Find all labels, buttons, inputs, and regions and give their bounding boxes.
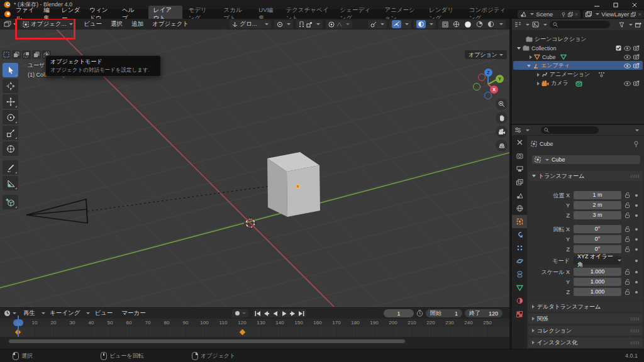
minimize-button[interactable] bbox=[587, 0, 606, 9]
current-frame-field[interactable]: 1 bbox=[384, 309, 414, 317]
viewport-3d[interactable]: オブジェク... ビュー 選択 追加 オブジェクト グロ... bbox=[0, 19, 509, 307]
panel-grip[interactable] bbox=[631, 175, 639, 178]
scene-selector[interactable]: Scene × bbox=[518, 10, 580, 18]
play-reverse-button[interactable] bbox=[271, 309, 280, 317]
camera-toggle-icon[interactable] bbox=[633, 63, 640, 69]
tab-modifiers[interactable] bbox=[512, 228, 527, 241]
maximize-button[interactable] bbox=[606, 0, 625, 9]
eye-icon[interactable] bbox=[624, 55, 631, 60]
prev-keyframe-button[interactable] bbox=[262, 309, 271, 317]
lock-icon[interactable] bbox=[625, 212, 630, 218]
shading-wireframe-button[interactable] bbox=[452, 20, 461, 28]
scale-x-field[interactable]: 1.000 bbox=[574, 268, 621, 276]
panel-grip[interactable] bbox=[631, 341, 639, 344]
lock-icon[interactable] bbox=[625, 289, 630, 295]
pivot-point-dropdown[interactable] bbox=[274, 20, 293, 28]
object-name-field[interactable]: Cube bbox=[532, 155, 640, 164]
scrollbar-handle[interactable] bbox=[9, 339, 405, 343]
move-tool[interactable] bbox=[3, 94, 18, 109]
pin-icon[interactable] bbox=[633, 141, 639, 147]
panel-grip[interactable] bbox=[631, 317, 639, 321]
select-subtract-icon[interactable] bbox=[22, 50, 31, 59]
outliner-row-animation[interactable]: アニメーション bbox=[512, 70, 644, 79]
outliner-row-scene-collection[interactable]: シーンコレクション bbox=[512, 35, 644, 43]
close-button[interactable] bbox=[625, 0, 644, 9]
shading-rendered-button[interactable] bbox=[486, 20, 496, 28]
lock-icon[interactable] bbox=[625, 279, 630, 285]
gizmo-z-axis[interactable]: Z bbox=[484, 69, 492, 77]
select-extend-icon[interactable] bbox=[12, 50, 21, 59]
eye-icon[interactable] bbox=[624, 46, 631, 51]
outliner-row-collection[interactable]: Collection bbox=[512, 44, 644, 52]
animate-dot[interactable] bbox=[635, 194, 638, 197]
scale-tool[interactable] bbox=[3, 126, 18, 140]
animate-dot[interactable] bbox=[635, 228, 638, 231]
animate-dot[interactable] bbox=[635, 271, 638, 273]
lock-icon[interactable] bbox=[625, 269, 630, 275]
animate-dot[interactable] bbox=[635, 260, 638, 262]
play-button[interactable] bbox=[280, 309, 289, 317]
cube-object[interactable] bbox=[267, 152, 320, 217]
zoom-button[interactable] bbox=[496, 98, 508, 110]
gizmo-x-neg[interactable] bbox=[478, 74, 486, 81]
location-z-field[interactable]: 3 m bbox=[574, 211, 621, 219]
camera-object[interactable] bbox=[26, 199, 87, 223]
tab-world[interactable] bbox=[512, 202, 527, 215]
tab-constraints[interactable] bbox=[512, 268, 527, 281]
panel-grip[interactable] bbox=[631, 329, 639, 332]
transform-panel-header[interactable]: トランスフォーム bbox=[528, 171, 643, 181]
animate-dot[interactable] bbox=[635, 248, 638, 251]
instancing-panel[interactable]: インスタンス化 bbox=[528, 337, 643, 348]
tab-physics[interactable] bbox=[512, 255, 527, 268]
shading-material-button[interactable] bbox=[475, 20, 484, 28]
blender-menu-icon[interactable] bbox=[4, 11, 11, 18]
tab-tool[interactable] bbox=[512, 136, 527, 149]
overlays-toggle[interactable] bbox=[389, 20, 411, 28]
outliner-row-cube[interactable]: Cube bbox=[512, 53, 644, 61]
animate-dot[interactable] bbox=[635, 214, 638, 217]
lock-icon[interactable] bbox=[625, 236, 630, 242]
gizmo-x-axis[interactable]: X bbox=[490, 85, 498, 94]
rotation-x-field[interactable]: 0° bbox=[574, 225, 621, 233]
start-frame-field[interactable]: 開始 1 bbox=[426, 309, 462, 317]
jump-to-start-button[interactable] bbox=[253, 309, 262, 317]
scale-z-field[interactable]: 1.000 bbox=[574, 288, 621, 296]
playback-menu[interactable]: 再生 bbox=[19, 309, 40, 317]
lock-icon[interactable] bbox=[625, 202, 630, 208]
end-frame-field[interactable]: 終了 120 bbox=[465, 309, 502, 317]
timeline-view-menu[interactable]: ビュー bbox=[90, 309, 117, 317]
animate-dot[interactable] bbox=[635, 281, 638, 283]
cursor-tool[interactable] bbox=[3, 79, 18, 93]
tab-particles[interactable] bbox=[512, 241, 527, 255]
viewlayer-selector[interactable]: ViewLayer × bbox=[583, 10, 644, 18]
marker-menu[interactable]: マーカー bbox=[117, 309, 150, 317]
transform-tool[interactable] bbox=[3, 141, 18, 156]
animate-dot[interactable] bbox=[635, 204, 638, 207]
filter-icon[interactable] bbox=[619, 22, 625, 28]
outliner-search-input[interactable] bbox=[550, 21, 610, 28]
timeline-track[interactable] bbox=[0, 327, 509, 337]
location-y-field[interactable]: 2 m bbox=[574, 201, 621, 209]
eye-icon[interactable] bbox=[624, 63, 631, 69]
shading-solid-button[interactable] bbox=[463, 20, 473, 28]
properties-search-input[interactable] bbox=[541, 126, 599, 134]
location-x-field[interactable]: 1 m bbox=[574, 191, 621, 199]
properties-editor-icon[interactable] bbox=[514, 127, 521, 133]
editor-type-icon[interactable] bbox=[4, 21, 11, 28]
timeline-scrollbar[interactable] bbox=[0, 337, 509, 349]
camera-view-button[interactable] bbox=[496, 126, 508, 138]
tab-scene[interactable] bbox=[512, 189, 527, 202]
select-set-icon[interactable] bbox=[2, 50, 11, 59]
annotate-tool[interactable] bbox=[3, 160, 18, 175]
outliner-row-camera[interactable]: カメラ bbox=[512, 79, 644, 87]
xray-icon[interactable] bbox=[416, 20, 426, 28]
lock-icon[interactable] bbox=[625, 246, 630, 252]
tab-object[interactable] bbox=[512, 215, 527, 228]
copy-icon[interactable] bbox=[568, 12, 573, 17]
camera-toggle-icon[interactable] bbox=[633, 80, 640, 86]
timeline-editor-icon[interactable] bbox=[4, 310, 11, 317]
navigation-gizmo[interactable]: Z Y X bbox=[468, 66, 506, 101]
xray-toggle[interactable] bbox=[414, 20, 436, 28]
gizmo-y-axis[interactable]: Y bbox=[496, 75, 504, 83]
toggle-xray-button[interactable] bbox=[441, 20, 450, 28]
